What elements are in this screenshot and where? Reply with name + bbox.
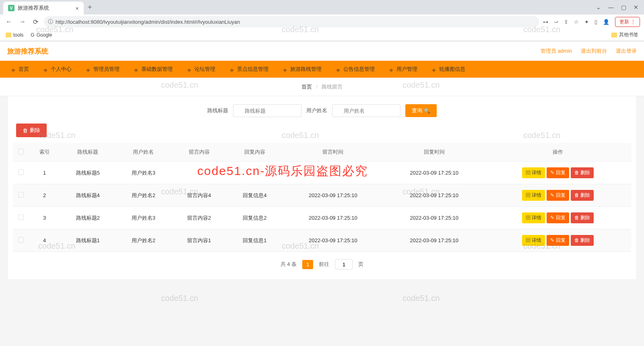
nav-icon: ◈ xyxy=(86,67,91,72)
cell-title: 路线标题1 xyxy=(60,229,116,252)
data-table: 索引 路线标题 用户姓名 留言内容 回复内容 留言时间 回复时间 操作 1路线标… xyxy=(13,143,631,252)
address-bar: ← → ⟳ ⓘ http://localhost:8080/lvyoutuiji… xyxy=(0,14,644,29)
goto-input[interactable] xyxy=(335,259,353,270)
app-header: 旅游推荐系统 管理员 admin 退出到前台 退出登录 xyxy=(0,41,644,61)
bookmark-tools[interactable]: tools xyxy=(6,32,23,38)
table-row: 3路线标题2用户姓名3留言内容2回复信息22022-03-09 17:25:10… xyxy=(13,207,631,229)
goto-post: 页 xyxy=(358,261,363,268)
nav-label: 管理员管理 xyxy=(93,66,120,73)
back-icon[interactable]: ← xyxy=(4,16,14,27)
tab-bar: V 旅游推荐系统 × + ⌄ — ▢ ✕ xyxy=(0,0,644,14)
content-panel: 路线标题 用户姓名 查询🔍 🗑删除 索引 路线标题 用户姓名 留言内容 回复内容… xyxy=(8,96,636,279)
nav-item-8[interactable]: ◈用户管理 xyxy=(382,61,425,78)
cell-msg: 留言内容1 xyxy=(171,229,227,252)
row-delete-button[interactable]: 🗑 删除 xyxy=(571,167,594,178)
th-index: 索引 xyxy=(29,143,60,162)
cell-ops: ▤ 详情✎ 回复🗑 删除 xyxy=(485,162,631,184)
extension-icon[interactable]: ✦ xyxy=(584,19,589,25)
minimize-icon[interactable]: — xyxy=(608,4,614,10)
cell-index: 4 xyxy=(29,229,60,252)
nav-item-1[interactable]: ◈个人中心 xyxy=(36,61,79,78)
breadcrumb: 首页 / 路线留言 xyxy=(0,78,644,96)
page-current[interactable]: 1 xyxy=(302,260,313,269)
cell-msg xyxy=(171,162,227,184)
detail-button[interactable]: ▤ 详情 xyxy=(522,235,545,246)
row-checkbox[interactable] xyxy=(18,169,24,175)
panel-icon[interactable]: ▯ xyxy=(594,19,597,25)
search-input-title[interactable] xyxy=(233,104,301,117)
nav-item-5[interactable]: ◈景点信息管理 xyxy=(223,61,276,78)
search-label-user: 用户姓名 xyxy=(306,107,327,114)
search-row: 路线标题 用户姓名 查询🔍 xyxy=(13,104,631,117)
forward-icon[interactable]: → xyxy=(18,16,27,27)
detail-button[interactable]: ▤ 详情 xyxy=(522,190,545,201)
share-icon[interactable]: ⇪ xyxy=(564,19,568,25)
detail-button[interactable]: ▤ 详情 xyxy=(522,212,545,223)
reload-icon[interactable]: ⟳ xyxy=(31,16,40,27)
row-checkbox[interactable] xyxy=(18,214,24,220)
nav-item-2[interactable]: ◈管理员管理 xyxy=(79,61,127,78)
reply-button[interactable]: ✎ 回复 xyxy=(547,235,569,246)
nav-item-3[interactable]: ◈基础数据管理 xyxy=(127,61,180,78)
reply-button[interactable]: ✎ 回复 xyxy=(547,212,569,223)
nav-item-9[interactable]: ◈轮播图信息 xyxy=(425,61,473,78)
nav-icon: ◈ xyxy=(283,67,288,72)
google-icon: G xyxy=(31,32,34,38)
row-checkbox[interactable] xyxy=(18,237,24,243)
url-input[interactable]: ⓘ http://localhost:8080/lvyoutuijianxito… xyxy=(44,16,539,27)
nav-item-7[interactable]: ◈公告信息管理 xyxy=(329,61,382,78)
th-ops: 操作 xyxy=(485,143,631,162)
cell-index: 1 xyxy=(29,162,60,184)
th-title: 路线标题 xyxy=(60,143,116,162)
reply-button[interactable]: ✎ 回复 xyxy=(547,190,569,201)
select-all-checkbox[interactable] xyxy=(18,149,24,154)
trash-icon: 🗑 xyxy=(23,128,28,134)
row-delete-button[interactable]: 🗑 删除 xyxy=(571,212,594,223)
close-tab-icon[interactable]: × xyxy=(75,5,79,12)
cell-ops: ▤ 详情✎ 回复🗑 删除 xyxy=(485,229,631,252)
th-reply: 回复内容 xyxy=(227,143,283,162)
tab-title: 旅游推荐系统 xyxy=(18,4,49,12)
admin-link[interactable]: 管理员 admin xyxy=(541,47,572,55)
row-checkbox[interactable] xyxy=(18,192,24,198)
nav-item-0[interactable]: ◈首页 xyxy=(4,61,36,78)
bookmark-icon[interactable]: ☆ xyxy=(574,19,579,25)
new-tab-button[interactable]: + xyxy=(84,3,96,12)
update-button[interactable]: 更新⋮ xyxy=(615,17,640,27)
search-input-user[interactable] xyxy=(332,104,400,117)
dropdown-icon[interactable]: ⌄ xyxy=(596,4,601,10)
cell-title: 路线标题5 xyxy=(60,162,116,184)
detail-button[interactable]: ▤ 详情 xyxy=(522,167,545,178)
search-button[interactable]: 查询🔍 xyxy=(405,104,437,117)
th-reply-time: 回复时间 xyxy=(384,143,485,162)
nav-item-6[interactable]: ◈旅游路线管理 xyxy=(276,61,329,78)
maximize-icon[interactable]: ▢ xyxy=(621,4,626,10)
row-delete-button[interactable]: 🗑 删除 xyxy=(571,190,594,201)
nav-item-4[interactable]: ◈论坛管理 xyxy=(180,61,223,78)
table-row: 4路线标题1用户姓名2留言内容1回复信息12022-03-09 17:25:10… xyxy=(13,229,631,252)
reply-button[interactable]: ✎ 回复 xyxy=(547,167,569,178)
cell-reply-time: 2022-03-09 17:25:10 xyxy=(384,184,485,207)
nav-icon: ◈ xyxy=(134,67,139,72)
row-delete-button[interactable]: 🗑 删除 xyxy=(571,235,594,246)
bulk-delete-button[interactable]: 🗑删除 xyxy=(16,124,47,137)
bookmark-google[interactable]: GGoogle xyxy=(31,32,52,38)
profile-icon[interactable]: 👤 xyxy=(603,19,609,25)
bookmarks-bar: tools GGoogle 其他书签 xyxy=(0,29,644,41)
table-row: 1路线标题5用户姓名32022-03-09 17:25:10▤ 详情✎ 回复🗑 … xyxy=(13,162,631,184)
nav-icon: ◈ xyxy=(432,67,437,72)
to-front-link[interactable]: 退出到前台 xyxy=(581,47,607,55)
cell-reply: 回复信息4 xyxy=(227,184,283,207)
browser-tab[interactable]: V 旅游推荐系统 × xyxy=(3,2,84,14)
table-row: 2路线标题4用户姓名2留言内容4回复信息42022-03-09 17:25:10… xyxy=(13,184,631,207)
nav-label: 景点信息管理 xyxy=(237,66,268,73)
translate-icon[interactable]: ⤻ xyxy=(554,19,558,25)
logout-link[interactable]: 退出登录 xyxy=(616,47,637,55)
nav-icon: ◈ xyxy=(336,67,341,72)
key-icon[interactable]: ⊶ xyxy=(543,19,548,25)
breadcrumb-home[interactable]: 首页 xyxy=(301,83,312,91)
bookmark-other[interactable]: 其他书签 xyxy=(611,31,638,38)
folder-icon xyxy=(6,33,11,37)
close-window-icon[interactable]: ✕ xyxy=(634,4,638,10)
th-msg: 留言内容 xyxy=(171,143,227,162)
